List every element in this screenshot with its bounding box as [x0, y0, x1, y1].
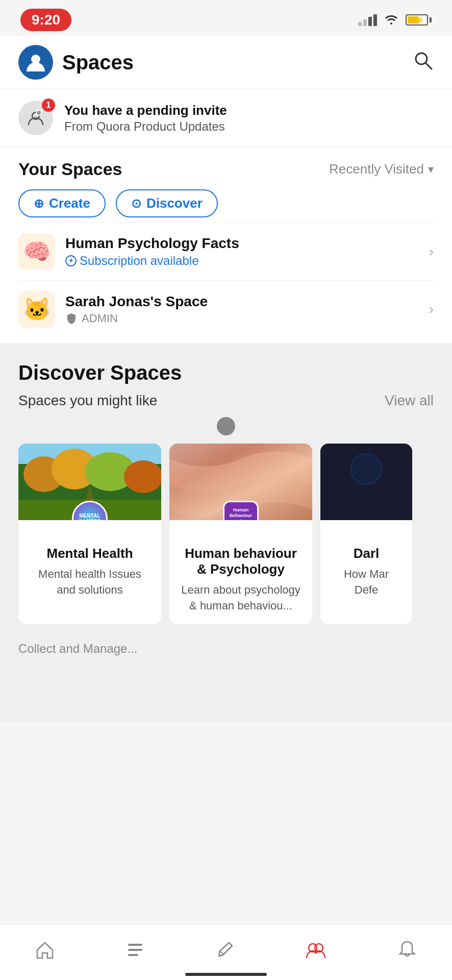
discover-subheader: Spaces you might like View all: [18, 393, 434, 409]
discover-subtitle: Spaces you might like: [18, 393, 157, 409]
invite-banner[interactable]: 1 You have a pending invite From Quora P…: [0, 89, 452, 147]
wifi-icon: [384, 12, 398, 28]
discover-label: Discover: [146, 195, 203, 211]
space-info: Sarah Jonas's Space ADMIN: [65, 293, 429, 325]
space-info: Human Psychology Facts ✦ Subscription av…: [65, 235, 429, 268]
create-label: Create: [49, 195, 90, 211]
scroll-indicator: [18, 417, 434, 435]
svg-point-4: [36, 110, 41, 115]
status-bar: 9:20 ⚡: [0, 0, 452, 36]
card-name: Mental Health: [29, 546, 151, 561]
dark-svg: [320, 444, 412, 520]
card-logo-overlay: MENTALILLNESS: [72, 501, 108, 520]
compose-icon: [215, 940, 235, 960]
bottom-nav: [0, 924, 452, 980]
invite-badge: 1: [42, 99, 55, 112]
scroll-dot: [217, 417, 235, 435]
invite-text: You have a pending invite From Quora Pro…: [64, 103, 227, 134]
nav-item-spaces[interactable]: [305, 940, 327, 960]
invite-icon-wrapper: 1: [18, 101, 53, 135]
invite-subtitle: From Quora Product Updates: [64, 119, 227, 134]
space-chevron-icon: ›: [429, 301, 434, 317]
svg-point-14: [351, 454, 382, 484]
battery-icon: ⚡: [406, 14, 432, 26]
bell-icon: [397, 940, 417, 960]
card-description: Mental health Issues and solutions: [29, 567, 151, 598]
create-button[interactable]: ⊕ Create: [18, 189, 106, 217]
recently-visited-label: Recently Visited: [329, 161, 424, 177]
shield-icon: [65, 312, 78, 325]
space-chevron-icon: ›: [429, 243, 434, 260]
space-subscription: ✦ Subscription available: [65, 254, 429, 268]
space-card[interactable]: MENTALILLNESS Mental Health Mental healt…: [18, 444, 161, 624]
your-spaces-section: Your Spaces Recently Visited ▾ ⊕ Create …: [0, 147, 452, 343]
avatar[interactable]: [18, 45, 53, 80]
svg-point-10: [124, 460, 161, 493]
space-cards-row: MENTALILLNESS Mental Health Mental healt…: [18, 444, 434, 624]
collect-hint: Collect and Manage...: [0, 634, 452, 722]
space-item[interactable]: 🧠 Human Psychology Facts ✦ Subscription …: [18, 223, 434, 280]
view-all-button[interactable]: View all: [385, 393, 434, 409]
card-body: Darl How Mar Defe: [320, 520, 412, 608]
home-indicator: [185, 973, 267, 976]
action-buttons: ⊕ Create ⊙ Discover: [18, 189, 434, 217]
card-description: Learn about psychology & human behaviou.…: [180, 582, 302, 614]
chevron-down-icon: ▾: [428, 163, 434, 176]
subscription-icon: ✦: [65, 255, 77, 266]
card-description: How Mar Defe: [331, 567, 402, 598]
nav-item-home[interactable]: [35, 940, 55, 960]
your-spaces-header: Your Spaces Recently Visited ▾: [18, 159, 434, 179]
status-icons: ⚡: [358, 12, 432, 28]
card-body: Human behaviour & Psychology Learn about…: [169, 520, 312, 624]
subscription-label: Subscription available: [80, 254, 198, 268]
your-spaces-title: Your Spaces: [18, 159, 122, 179]
plus-icon: ⊕: [34, 197, 44, 211]
card-image: MENTALILLNESS: [18, 444, 161, 520]
space-admin-badge: ADMIN: [65, 312, 429, 325]
spaces-icon: [305, 940, 327, 960]
space-card[interactable]: Darl How Mar Defe: [320, 444, 412, 624]
svg-line-2: [426, 63, 432, 69]
space-name: Sarah Jonas's Space: [65, 293, 429, 310]
card-image: [320, 444, 412, 520]
search-icon[interactable]: [412, 50, 434, 76]
mental-health-logo: MENTALILLNESS: [72, 501, 108, 520]
admin-label: ADMIN: [82, 312, 118, 325]
compass-icon: ⊙: [131, 197, 141, 211]
discover-title: Discover Spaces: [18, 361, 434, 384]
invite-title: You have a pending invite: [64, 103, 227, 118]
card-body: Mental Health Mental health Issues and s…: [18, 520, 161, 608]
svg-rect-17: [128, 954, 138, 956]
card-name: Human behaviour & Psychology: [180, 546, 302, 577]
nav-item-notifications[interactable]: [397, 940, 417, 960]
svg-rect-16: [128, 949, 142, 951]
human-behaviour-logo: Human Behaviour & Psychology: [223, 501, 259, 520]
header-left: Spaces: [18, 45, 134, 80]
page-header: Spaces: [0, 36, 452, 89]
space-item[interactable]: 🐱 Sarah Jonas's Space ADMIN ›: [18, 280, 434, 338]
home-icon: [35, 940, 55, 960]
feed-icon: [125, 940, 145, 960]
space-logo: 🐱: [18, 291, 55, 328]
recently-visited-dropdown[interactable]: Recently Visited ▾: [329, 161, 434, 177]
discover-section: Discover Spaces Spaces you might like Vi…: [0, 343, 452, 634]
card-logo-overlay: Human Behaviour & Psychology: [223, 501, 259, 520]
signal-bars-icon: [358, 14, 377, 26]
space-card[interactable]: Human Behaviour & Psychology Human behav…: [169, 444, 312, 624]
nav-item-compose[interactable]: [215, 940, 235, 960]
status-time: 9:20: [20, 9, 71, 31]
space-name: Human Psychology Facts: [65, 235, 429, 252]
nav-item-feed[interactable]: [125, 940, 145, 960]
card-name: Darl: [331, 546, 402, 561]
svg-line-18: [220, 951, 224, 955]
space-logo: 🧠: [18, 233, 55, 270]
card-image: Human Behaviour & Psychology: [169, 444, 312, 520]
svg-rect-15: [128, 944, 142, 946]
page-title: Spaces: [62, 51, 134, 74]
discover-button[interactable]: ⊙ Discover: [116, 189, 218, 217]
